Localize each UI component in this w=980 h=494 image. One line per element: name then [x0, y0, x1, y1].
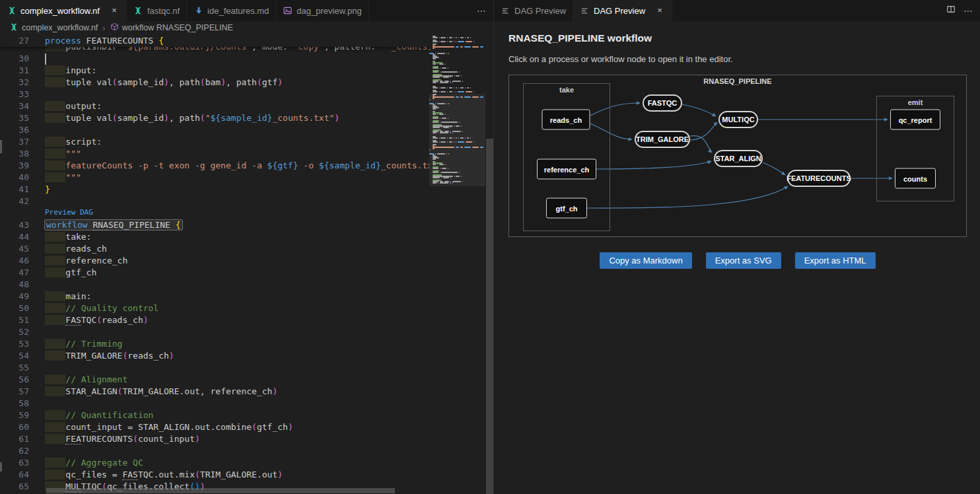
- line-number: 32: [0, 77, 29, 88]
- code-line-63[interactable]: 63 // Aggregate QC: [0, 457, 429, 469]
- codelens-preview-dag[interactable]: Preview DAG: [0, 207, 429, 219]
- code-line-60[interactable]: 60 count_input = STAR_ALIGN.out.combine(…: [0, 421, 429, 433]
- breadcrumb-file[interactable]: complex_workflow.nf: [22, 23, 98, 32]
- code-editor[interactable]: 27process FEATURECOUNTS { publishDir "${…: [0, 34, 493, 494]
- more-actions-icon[interactable]: ⋯: [477, 5, 487, 16]
- dag-node-featurecounts[interactable]: FEATURECOUNTS: [787, 170, 851, 187]
- line-number: 38: [0, 148, 29, 160]
- dag-node-fastqc[interactable]: FASTQC: [643, 94, 682, 112]
- code-line-40[interactable]: 40 """: [0, 172, 429, 184]
- code-text: TRIM_GALORE(reads_ch): [29, 350, 174, 362]
- vertical-scrollbar-thumb[interactable]: [486, 139, 493, 494]
- image-icon: [283, 6, 293, 16]
- code-line-38[interactable]: 38 """: [0, 148, 429, 160]
- code-line-49[interactable]: 49 main:: [0, 291, 429, 302]
- breadcrumb[interactable]: complex_workflow.nf › workflow RNASEQ_PI…: [0, 21, 493, 34]
- symbol-workflow-icon: [110, 22, 119, 33]
- tab-dag-preview[interactable]: DAG Preview: [494, 0, 573, 21]
- more-actions-icon[interactable]: ⋯: [963, 5, 973, 16]
- code-line-53[interactable]: 53 // Trimming: [0, 338, 429, 350]
- dag-node-multiqc[interactable]: MULTIQC: [718, 111, 758, 128]
- code-line-50[interactable]: 50 // Quality control: [0, 302, 429, 314]
- line-number: 61: [0, 433, 29, 445]
- code-line-64[interactable]: 64 qc_files = FASTQC.out.mix(TRIM_GALORE…: [0, 469, 429, 481]
- code-line-27[interactable]: 27process FEATURECOUNTS {: [0, 34, 429, 47]
- code-line-54[interactable]: 54 TRIM_GALORE(reads_ch): [0, 350, 429, 362]
- code-line-31[interactable]: 31 input:: [0, 65, 429, 77]
- code-line-42[interactable]: 42: [0, 195, 429, 207]
- clipped-code-line[interactable]: publishDir "${params.outdir}/counts", mo…: [0, 47, 429, 53]
- dag-node-trim_galore[interactable]: TRIM_GALORE: [635, 131, 690, 148]
- minimap-slider[interactable]: [429, 94, 485, 186]
- tab-ide-features-md[interactable]: ide_features.md: [187, 0, 276, 21]
- code-line-36[interactable]: 36: [0, 124, 429, 136]
- line-number: 55: [0, 362, 29, 374]
- code-lines[interactable]: 3031 input:32 tuple val(sample_id), path…: [0, 53, 429, 494]
- code-line-59[interactable]: 59 // Quantification: [0, 409, 429, 421]
- code-line-41[interactable]: 41}: [0, 184, 429, 195]
- line-number: 62: [0, 445, 29, 457]
- horizontal-scrollbar-thumb[interactable]: [46, 488, 395, 493]
- code-line-44[interactable]: 44 take:: [0, 231, 429, 243]
- code-line-45[interactable]: 45 reads_ch: [0, 243, 429, 255]
- tab-complex-workflow-nf[interactable]: complex_workflow.nf×: [0, 0, 127, 21]
- dag-node-reference_ch[interactable]: reference_ch: [537, 159, 596, 180]
- code-text: // Aggregate QC: [29, 457, 143, 469]
- sticky-scroll-line[interactable]: 27process FEATURECOUNTS {: [0, 34, 429, 47]
- close-icon[interactable]: ×: [654, 5, 665, 16]
- code-line-46[interactable]: 46 reference_ch: [0, 255, 429, 267]
- line-number: 47: [0, 267, 29, 279]
- dag-node-counts[interactable]: counts: [895, 168, 936, 189]
- code-line-51[interactable]: 51 FASTQC(reads_ch): [0, 314, 429, 326]
- dag-node-star_align[interactable]: STAR_ALIGN: [714, 150, 763, 167]
- panel-subtitle: Click on a process or workflow node to o…: [508, 54, 980, 64]
- tab-dag-preview-png[interactable]: dag_preview.png: [276, 0, 368, 21]
- code-text: [29, 445, 45, 457]
- close-icon[interactable]: ×: [109, 5, 120, 16]
- code-line-56[interactable]: 56 // Alignment: [0, 374, 429, 386]
- minimap[interactable]: [429, 34, 485, 494]
- code-line-62[interactable]: 62: [0, 445, 429, 457]
- tab-fastqc-nf[interactable]: fastqc.nf: [127, 0, 187, 21]
- code-line-30[interactable]: 30: [0, 53, 429, 65]
- export-as-svg-button[interactable]: Export as SVG: [706, 252, 781, 269]
- code-line-47[interactable]: 47 gtf_ch: [0, 267, 429, 279]
- code-line-35[interactable]: 35 tuple val(sample_id), path("${sample_…: [0, 112, 429, 124]
- tab-label: fastqc.nf: [147, 6, 180, 16]
- code-line-37[interactable]: 37 script:: [0, 136, 429, 148]
- code-line-58[interactable]: 58: [0, 398, 429, 409]
- code-text: count_input = STAR_ALIGN.out.combine(gtf…: [29, 421, 293, 433]
- code-text: tuple val(sample_id), path(bam), path(gt…: [29, 77, 283, 88]
- code-line-32[interactable]: 32 tuple val(sample_id), path(bam), path…: [0, 77, 429, 88]
- code-line-55[interactable]: 55: [0, 362, 429, 374]
- code-text: // Quantification: [29, 409, 153, 421]
- code-line-48[interactable]: 48: [0, 279, 429, 291]
- code-line-34[interactable]: 34 output:: [0, 100, 429, 112]
- code-line-52[interactable]: 52: [0, 326, 429, 338]
- line-number: 64: [0, 469, 29, 481]
- code-line-33[interactable]: 33: [0, 88, 429, 100]
- code-line-43[interactable]: 43workflow RNASEQ_PIPELINE {: [0, 219, 429, 231]
- split-editor-icon[interactable]: [946, 5, 956, 17]
- dag-node-qc_report[interactable]: qc_report: [890, 110, 940, 130]
- code-text: """: [29, 172, 81, 184]
- dag-node-gtf_ch[interactable]: gtf_ch: [546, 198, 587, 219]
- overview-edge-mark: [0, 140, 2, 153]
- tab-dag-preview[interactable]: DAG Preview×: [573, 0, 672, 21]
- copy-as-markdown-button[interactable]: Copy as Markdown: [600, 252, 691, 269]
- code-text: FASTQC(reads_ch): [29, 314, 149, 326]
- line-number: 57: [0, 386, 29, 398]
- code-line-39[interactable]: 39 featureCounts -p -t exon -g gene_id -…: [0, 160, 429, 172]
- export-as-html-button[interactable]: Export as HTML: [795, 252, 876, 269]
- dag-node-reads_ch[interactable]: reads_ch: [542, 110, 590, 130]
- code-line-61[interactable]: 61 FEATURECOUNTS(count_input): [0, 433, 429, 445]
- dag-edge-fastqc-to-multiqc: [682, 104, 716, 116]
- code-line-[interactable]: publishDir "${params.outdir}/counts", mo…: [0, 47, 429, 53]
- breadcrumb-symbol[interactable]: workflow RNASEQ_PIPELINE: [122, 23, 233, 32]
- panel-title: RNASEQ_PIPELINE workflow: [508, 32, 980, 44]
- code-text: [29, 326, 45, 338]
- code-line-57[interactable]: 57 STAR_ALIGN(TRIM_GALORE.out, reference…: [0, 386, 429, 398]
- tab-label: dag_preview.png: [297, 6, 361, 16]
- line-number: 65: [0, 481, 29, 493]
- vertical-scrollbar[interactable]: [485, 34, 494, 494]
